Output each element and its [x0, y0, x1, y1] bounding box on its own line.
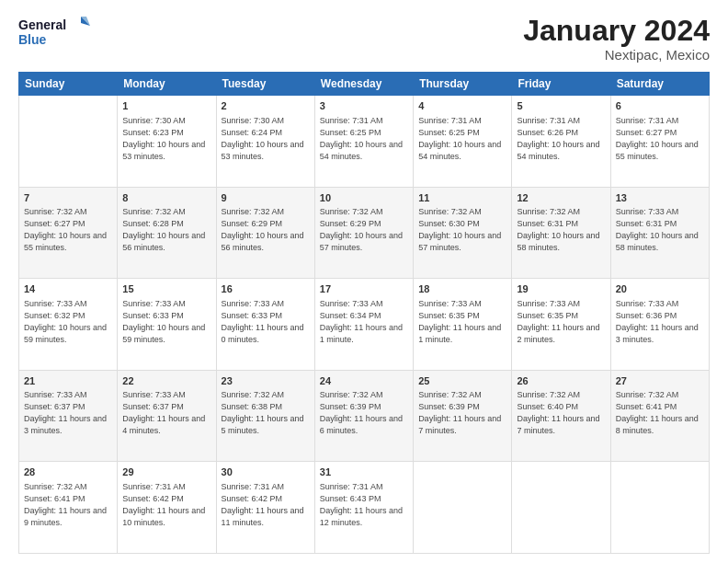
- sunrise-info: Sunrise: 7:32 AM: [517, 389, 605, 401]
- day-number: 18: [418, 282, 506, 296]
- day-number: 11: [418, 191, 506, 205]
- daylight-info: Daylight: 11 hours and 4 minutes.: [122, 413, 210, 437]
- cell-w0-d6: 6 Sunrise: 7:31 AM Sunset: 6:27 PM Dayli…: [610, 96, 709, 188]
- sunset-info: Sunset: 6:39 PM: [320, 401, 408, 413]
- cell-w3-d5: 26 Sunrise: 7:32 AM Sunset: 6:40 PM Dayl…: [512, 370, 610, 462]
- sunset-info: Sunset: 6:35 PM: [517, 310, 605, 322]
- day-number: 12: [517, 191, 605, 205]
- sunset-info: Sunset: 6:41 PM: [616, 401, 704, 413]
- daylight-info: Daylight: 11 hours and 3 minutes.: [24, 413, 112, 437]
- daylight-info: Daylight: 10 hours and 59 minutes.: [24, 322, 112, 346]
- daylight-info: Daylight: 11 hours and 10 minutes.: [122, 505, 210, 529]
- day-number: 9: [222, 191, 310, 205]
- cell-w2-d2: 16 Sunrise: 7:33 AM Sunset: 6:33 PM Dayl…: [216, 279, 314, 371]
- sunset-info: Sunset: 6:25 PM: [320, 127, 408, 139]
- sunrise-info: Sunrise: 7:31 AM: [320, 115, 408, 127]
- cell-w3-d0: 21 Sunrise: 7:33 AM Sunset: 6:37 PM Dayl…: [19, 370, 118, 462]
- daylight-info: Daylight: 11 hours and 12 minutes.: [320, 505, 408, 529]
- cell-w4-d3: 31 Sunrise: 7:31 AM Sunset: 6:43 PM Dayl…: [314, 462, 413, 554]
- calendar-body: 1 Sunrise: 7:30 AM Sunset: 6:23 PM Dayli…: [19, 96, 710, 554]
- col-sunday: Sunday: [19, 73, 118, 96]
- sunrise-info: Sunrise: 7:32 AM: [122, 206, 210, 218]
- cell-w0-d3: 3 Sunrise: 7:31 AM Sunset: 6:25 PM Dayli…: [314, 96, 413, 188]
- col-friday: Friday: [512, 73, 610, 96]
- cell-w2-d0: 14 Sunrise: 7:33 AM Sunset: 6:32 PM Dayl…: [19, 279, 118, 371]
- cell-w1-d0: 7 Sunrise: 7:32 AM Sunset: 6:27 PM Dayli…: [19, 187, 118, 279]
- col-saturday: Saturday: [610, 73, 709, 96]
- sunset-info: Sunset: 6:37 PM: [24, 401, 112, 413]
- daylight-info: Daylight: 11 hours and 1 minute.: [418, 322, 506, 346]
- sunrise-info: Sunrise: 7:32 AM: [24, 206, 112, 218]
- daylight-info: Daylight: 10 hours and 55 minutes.: [24, 230, 112, 254]
- cell-w3-d4: 25 Sunrise: 7:32 AM Sunset: 6:39 PM Dayl…: [414, 370, 512, 462]
- sunset-info: Sunset: 6:42 PM: [222, 493, 310, 505]
- header: General Blue January 2024 Nextipac, Mexi…: [18, 15, 710, 63]
- week-row-4: 28 Sunrise: 7:32 AM Sunset: 6:41 PM Dayl…: [19, 462, 710, 554]
- cell-w0-d4: 4 Sunrise: 7:31 AM Sunset: 6:25 PM Dayli…: [414, 96, 512, 188]
- sunset-info: Sunset: 6:31 PM: [616, 218, 704, 230]
- week-row-2: 14 Sunrise: 7:33 AM Sunset: 6:32 PM Dayl…: [19, 279, 710, 371]
- sunset-info: Sunset: 6:26 PM: [517, 127, 605, 139]
- sunrise-info: Sunrise: 7:33 AM: [517, 298, 605, 310]
- daylight-info: Daylight: 11 hours and 5 minutes.: [222, 413, 310, 437]
- day-number: 21: [24, 374, 112, 388]
- sunrise-info: Sunrise: 7:32 AM: [517, 206, 605, 218]
- daylight-info: Daylight: 11 hours and 1 minute.: [320, 322, 408, 346]
- sunrise-info: Sunrise: 7:30 AM: [122, 115, 210, 127]
- sunrise-info: Sunrise: 7:33 AM: [24, 298, 112, 310]
- daylight-info: Daylight: 10 hours and 58 minutes.: [517, 230, 605, 254]
- sunset-info: Sunset: 6:42 PM: [122, 493, 210, 505]
- sunrise-info: Sunrise: 7:31 AM: [517, 115, 605, 127]
- day-number: 8: [122, 191, 210, 205]
- cell-w0-d0: [19, 96, 118, 188]
- day-number: 6: [616, 99, 704, 113]
- daylight-info: Daylight: 11 hours and 7 minutes.: [517, 413, 605, 437]
- daylight-info: Daylight: 10 hours and 53 minutes.: [122, 139, 210, 163]
- cell-w4-d6: [610, 462, 709, 554]
- col-wednesday: Wednesday: [314, 73, 413, 96]
- sunset-info: Sunset: 6:35 PM: [418, 310, 506, 322]
- cell-w2-d5: 19 Sunrise: 7:33 AM Sunset: 6:35 PM Dayl…: [512, 279, 610, 371]
- cell-w4-d1: 29 Sunrise: 7:31 AM Sunset: 6:42 PM Dayl…: [118, 462, 216, 554]
- daylight-info: Daylight: 10 hours and 53 minutes.: [222, 139, 310, 163]
- cell-w1-d6: 13 Sunrise: 7:33 AM Sunset: 6:31 PM Dayl…: [610, 187, 709, 279]
- sunset-info: Sunset: 6:34 PM: [320, 310, 408, 322]
- cell-w1-d1: 8 Sunrise: 7:32 AM Sunset: 6:28 PM Dayli…: [118, 187, 216, 279]
- cell-w4-d0: 28 Sunrise: 7:32 AM Sunset: 6:41 PM Dayl…: [19, 462, 118, 554]
- cell-w4-d4: [414, 462, 512, 554]
- day-number: 29: [122, 465, 210, 479]
- day-number: 28: [24, 465, 112, 479]
- day-number: 25: [418, 374, 506, 388]
- day-number: 20: [616, 282, 704, 296]
- day-number: 19: [517, 282, 605, 296]
- daylight-info: Daylight: 10 hours and 54 minutes.: [418, 139, 506, 163]
- sunset-info: Sunset: 6:33 PM: [122, 310, 210, 322]
- svg-text:Blue: Blue: [18, 32, 47, 47]
- svg-text:General: General: [18, 17, 66, 32]
- sunrise-info: Sunrise: 7:31 AM: [222, 481, 310, 493]
- title-block: January 2024 Nextipac, Mexico: [523, 15, 710, 63]
- day-number: 23: [222, 374, 310, 388]
- sunset-info: Sunset: 6:40 PM: [517, 401, 605, 413]
- week-row-1: 7 Sunrise: 7:32 AM Sunset: 6:27 PM Dayli…: [19, 187, 710, 279]
- day-number: 15: [122, 282, 210, 296]
- cell-w0-d1: 1 Sunrise: 7:30 AM Sunset: 6:23 PM Dayli…: [118, 96, 216, 188]
- daylight-info: Daylight: 11 hours and 2 minutes.: [517, 322, 605, 346]
- daylight-info: Daylight: 11 hours and 11 minutes.: [222, 505, 310, 529]
- daylight-info: Daylight: 11 hours and 7 minutes.: [418, 413, 506, 437]
- sunrise-info: Sunrise: 7:32 AM: [222, 206, 310, 218]
- daylight-info: Daylight: 10 hours and 56 minutes.: [122, 230, 210, 254]
- sunrise-info: Sunrise: 7:32 AM: [616, 389, 704, 401]
- sunrise-info: Sunrise: 7:32 AM: [320, 389, 408, 401]
- calendar-table: Sunday Monday Tuesday Wednesday Thursday…: [18, 72, 710, 554]
- daylight-info: Daylight: 10 hours and 55 minutes.: [616, 139, 704, 163]
- week-row-0: 1 Sunrise: 7:30 AM Sunset: 6:23 PM Dayli…: [19, 96, 710, 188]
- sunrise-info: Sunrise: 7:32 AM: [418, 206, 506, 218]
- daylight-info: Daylight: 11 hours and 3 minutes.: [616, 322, 704, 346]
- cell-w3-d3: 24 Sunrise: 7:32 AM Sunset: 6:39 PM Dayl…: [314, 370, 413, 462]
- day-number: 1: [122, 99, 210, 113]
- sunrise-info: Sunrise: 7:33 AM: [418, 298, 506, 310]
- day-number: 14: [24, 282, 112, 296]
- cell-w1-d5: 12 Sunrise: 7:32 AM Sunset: 6:31 PM Dayl…: [512, 187, 610, 279]
- cell-w1-d2: 9 Sunrise: 7:32 AM Sunset: 6:29 PM Dayli…: [216, 187, 314, 279]
